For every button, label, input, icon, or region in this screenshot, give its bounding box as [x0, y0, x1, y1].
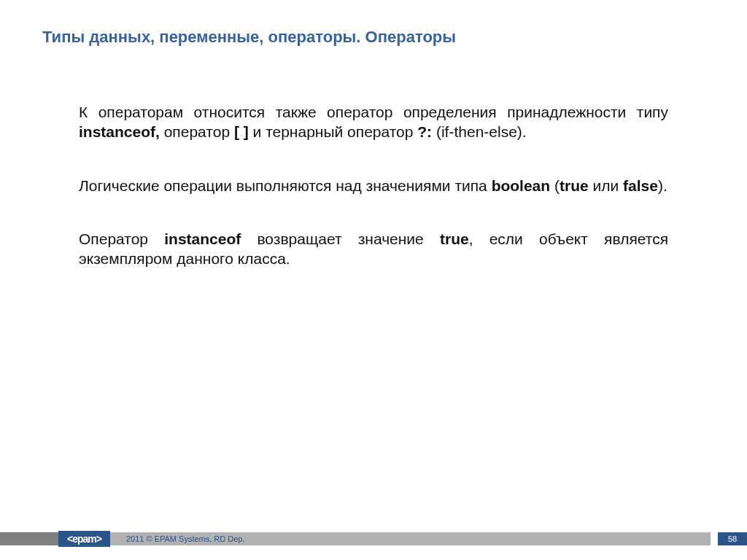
slide-content: К операторам относится также оператор оп… — [79, 102, 668, 302]
text: ). — [658, 177, 667, 194]
text: (if-then-else). — [432, 123, 527, 140]
bold-boolean: boolean — [492, 177, 551, 194]
text: Логические операции выполняются над знач… — [79, 177, 492, 194]
text: Оператор — [79, 230, 164, 247]
bold-true: true — [440, 230, 469, 247]
paragraph-1: К операторам относится также оператор оп… — [79, 102, 668, 142]
bold-true: true — [560, 177, 589, 194]
paragraph-3: Оператор instanceof возвращает значение … — [79, 229, 668, 269]
epam-logo: <epam> — [58, 531, 110, 547]
bold-ternary: ?: — [417, 123, 432, 140]
slide: Типы данных, переменные, операторы. Опер… — [0, 0, 747, 560]
text: оператор — [160, 123, 234, 140]
bold-brackets: [ ] — [234, 123, 249, 140]
text: возвращает значение — [241, 230, 440, 247]
text: или — [589, 177, 623, 194]
slide-title: Типы данных, переменные, операторы. Опер… — [42, 28, 456, 47]
text: и тернарный оператор — [249, 123, 418, 140]
text: ( — [550, 177, 560, 194]
bold-instanceof: instanceof — [164, 230, 241, 247]
footer-copyright: 2011 © EPAM Systems, RD Dep. — [126, 534, 245, 543]
text: К операторам относится также оператор оп… — [79, 104, 668, 120]
footer: <epam> 2011 © EPAM Systems, RD Dep. 58 — [0, 531, 747, 547]
paragraph-2: Логические операции выполняются над знач… — [79, 176, 668, 195]
bold-instanceof: instanceof, — [79, 123, 160, 140]
footer-accent — [0, 532, 58, 545]
footer-bar: 2011 © EPAM Systems, RD Dep. — [110, 532, 711, 545]
bold-false: false — [623, 177, 658, 194]
page-number: 58 — [718, 532, 747, 545]
